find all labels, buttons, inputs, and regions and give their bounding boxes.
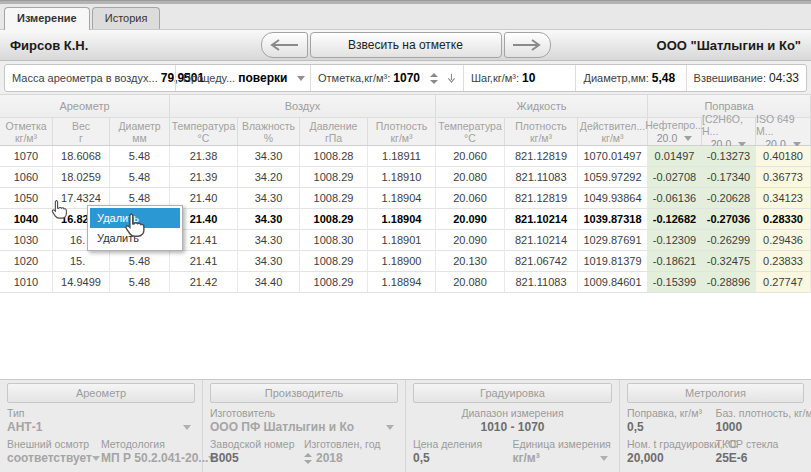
cell[interactable]: 1040 — [0, 209, 53, 230]
tab-measurement[interactable]: Измерение — [4, 7, 90, 30]
cell[interactable]: 1019.81379 — [578, 251, 648, 272]
cell[interactable]: -0.18621 — [648, 251, 702, 272]
cell[interactable]: -0.06136 — [648, 188, 702, 209]
cell[interactable]: 34.20 — [238, 167, 300, 188]
cell[interactable]: 0.40180 — [756, 146, 811, 167]
cell[interactable]: 821.10214 — [505, 230, 578, 251]
cell[interactable]: 34.40 — [238, 272, 300, 293]
cell[interactable]: 1029.87691 — [578, 230, 648, 251]
cell[interactable]: 20.090 — [436, 209, 505, 230]
table-row[interactable]: 102015.5.4821.4134.301008.291.1890020.13… — [0, 251, 811, 272]
cell[interactable]: -0.27036 — [702, 209, 756, 230]
cell[interactable]: 1030 — [0, 230, 53, 251]
cell[interactable]: 21.38 — [170, 146, 238, 167]
cell[interactable]: 5.48 — [110, 167, 170, 188]
context-menu-item-delete[interactable]: Удалить — [90, 208, 180, 228]
move-down-icon[interactable] — [447, 71, 456, 85]
cell[interactable]: 20.060 — [436, 146, 505, 167]
cell[interactable]: 14.9499 — [53, 272, 110, 293]
cell[interactable]: -0.02708 — [648, 167, 702, 188]
cell[interactable]: 20.130 — [436, 251, 505, 272]
cell[interactable]: 1039.87318 — [578, 209, 648, 230]
chevron-down-icon[interactable] — [600, 456, 608, 461]
cell[interactable]: 1009.84601 — [578, 272, 648, 293]
tab-history[interactable]: История — [92, 7, 161, 29]
cell[interactable]: 1.18900 — [368, 251, 436, 272]
cell[interactable]: 5.48 — [110, 146, 170, 167]
cell[interactable]: 821.06742 — [505, 251, 578, 272]
cell[interactable]: 21.39 — [170, 167, 238, 188]
cell[interactable]: 0.01497 — [648, 146, 702, 167]
cell[interactable]: 821.12819 — [505, 188, 578, 209]
cell[interactable]: 0.34123 — [756, 188, 811, 209]
cell[interactable]: 15. — [53, 251, 110, 272]
chevron-down-icon[interactable] — [386, 425, 394, 430]
cell[interactable]: -0.32475 — [702, 251, 756, 272]
cell[interactable]: 1008.30 — [300, 230, 368, 251]
cell[interactable]: 1008.29 — [300, 272, 368, 293]
table-row[interactable]: 101014.94995.4821.4234.401008.291.188942… — [0, 272, 811, 293]
cell[interactable]: 1070.01497 — [578, 146, 648, 167]
year-stepper[interactable] — [304, 453, 312, 464]
cell[interactable]: 0.23833 — [756, 251, 811, 272]
table-row[interactable]: 107018.60685.4821.3834.301008.281.189112… — [0, 146, 811, 167]
cell[interactable]: -0.20628 — [702, 188, 756, 209]
cell[interactable]: -0.17340 — [702, 167, 756, 188]
cell[interactable]: 1050 — [0, 188, 53, 209]
cell[interactable]: 1008.28 — [300, 146, 368, 167]
cell[interactable]: 1008.29 — [300, 251, 368, 272]
chevron-down-icon[interactable] — [92, 456, 100, 461]
cell[interactable]: 821.12819 — [505, 146, 578, 167]
cell[interactable]: 34.30 — [238, 251, 300, 272]
cell[interactable]: 18.6068 — [53, 146, 110, 167]
cell[interactable]: 1070 — [0, 146, 53, 167]
cell[interactable]: 1.18911 — [368, 146, 436, 167]
chevron-down-icon[interactable] — [183, 425, 191, 430]
cell[interactable]: 1.18904 — [368, 188, 436, 209]
weigh-at-mark-button[interactable]: Взвесить на отметке — [310, 32, 502, 58]
next-mark-button[interactable] — [504, 32, 551, 58]
cell[interactable]: 1008.29 — [300, 188, 368, 209]
cell[interactable]: 1059.97292 — [578, 167, 648, 188]
cell[interactable]: 20.080 — [436, 272, 505, 293]
cell[interactable]: 1060 — [0, 167, 53, 188]
cell[interactable]: 5.48 — [110, 251, 170, 272]
cell[interactable]: 0.29436 — [756, 230, 811, 251]
mark-stepper[interactable] — [430, 73, 438, 84]
cell[interactable]: -0.28896 — [702, 272, 756, 293]
procedure-dropdown[interactable]: Процеду... поверки — [175, 65, 310, 91]
cell[interactable]: 1.18901 — [368, 230, 436, 251]
cell[interactable]: -0.26299 — [702, 230, 756, 251]
context-menu-item-delete[interactable]: Удалить — [90, 228, 180, 248]
cell[interactable]: -0.13273 — [702, 146, 756, 167]
cell[interactable]: 20.080 — [436, 167, 505, 188]
cell[interactable]: 1010 — [0, 272, 53, 293]
cell[interactable]: -0.15399 — [648, 272, 702, 293]
cell[interactable]: 0.28330 — [756, 209, 811, 230]
cell[interactable]: 34.30 — [238, 230, 300, 251]
cell[interactable]: 1008.29 — [300, 167, 368, 188]
cell[interactable]: 18.0259 — [53, 167, 110, 188]
cell[interactable]: 1020 — [0, 251, 53, 272]
cell[interactable]: 20.090 — [436, 230, 505, 251]
cell[interactable]: -0.12682 — [648, 209, 702, 230]
cell[interactable]: 821.10214 — [505, 209, 578, 230]
cell[interactable]: 34.30 — [238, 146, 300, 167]
cell[interactable]: 34.30 — [238, 209, 300, 230]
cell[interactable]: 1.18904 — [368, 209, 436, 230]
cell[interactable]: 21.42 — [170, 272, 238, 293]
cell[interactable]: 1.18910 — [368, 167, 436, 188]
cell[interactable]: 5.48 — [110, 272, 170, 293]
cell[interactable]: 0.27747 — [756, 272, 811, 293]
table-row[interactable]: 106018.02595.4821.3934.201008.291.189102… — [0, 167, 811, 188]
previous-mark-button[interactable] — [261, 32, 308, 58]
cell[interactable]: 0.36773 — [756, 167, 811, 188]
cell[interactable]: 1008.29 — [300, 209, 368, 230]
cell[interactable]: 1.18894 — [368, 272, 436, 293]
cell[interactable]: 20.060 — [436, 188, 505, 209]
chevron-down-icon[interactable] — [297, 76, 305, 81]
cell[interactable]: 821.11083 — [505, 272, 578, 293]
cell[interactable]: 21.41 — [170, 251, 238, 272]
correction-temp-dropdown[interactable]: 20.0 — [657, 132, 692, 144]
cell[interactable]: 821.11083 — [505, 167, 578, 188]
